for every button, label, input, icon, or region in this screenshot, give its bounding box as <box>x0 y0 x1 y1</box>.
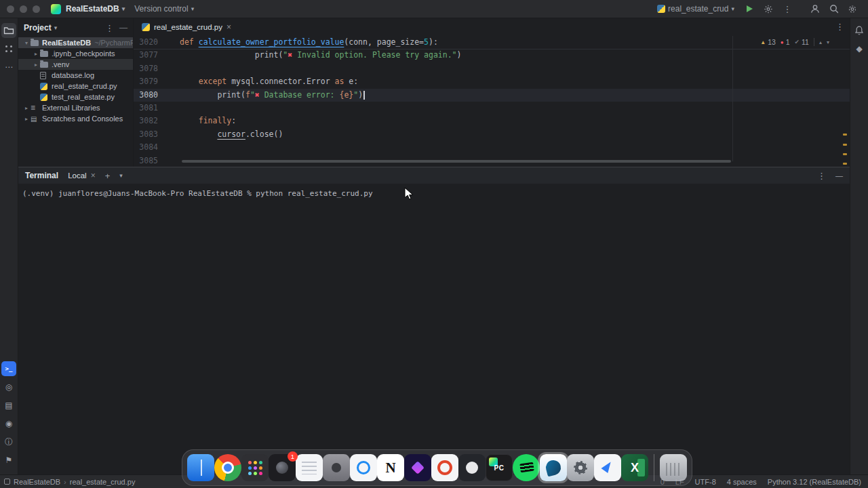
tree-item-test-real-estate-py[interactable]: test_real_estate.py <box>18 92 133 102</box>
flag-icon: ⚑ <box>5 455 13 465</box>
error-count[interactable]: 1 <box>781 38 790 46</box>
dock-icon-pycharm[interactable]: PC <box>486 454 513 481</box>
right-margin-guide <box>732 36 733 161</box>
dock-icon-excel[interactable]: X <box>621 454 648 481</box>
terminal-tab-label: Local <box>68 171 87 180</box>
more-actions-button[interactable] <box>778 1 796 16</box>
code-line-3084[interactable]: 3084 <box>134 141 850 154</box>
dock-icon-github-desktop[interactable] <box>458 454 486 481</box>
bookmarks-tool-window-button[interactable]: ⚑ <box>1 453 16 468</box>
folder-icon <box>40 51 50 57</box>
horizontal-scrollbar[interactable] <box>182 160 731 163</box>
dock-icon-mysql-workbench[interactable] <box>540 454 567 481</box>
right-tool-stripe: ◆ <box>850 18 868 474</box>
notifications-button[interactable] <box>852 23 867 38</box>
settings-icon[interactable] <box>844 1 861 16</box>
services-tool-window-button[interactable]: ▤ <box>1 398 16 413</box>
breadcrumb-realestatedb[interactable]: RealEstateDB <box>14 478 60 486</box>
dock-icon-arc-browser[interactable] <box>404 454 431 481</box>
dock-icon-red-ring-app[interactable] <box>431 454 458 481</box>
code-line-3082[interactable]: 3082 finally: <box>134 115 850 127</box>
python-packages-tool-window-button[interactable]: ◎ <box>1 380 16 394</box>
line-number: 3079 <box>134 75 158 88</box>
dock-icon-chrome[interactable] <box>214 454 241 481</box>
tree-item-ipynb-checkpoints[interactable]: .ipynb_checkpoints <box>18 48 133 59</box>
close-window-button[interactable] <box>7 5 14 13</box>
close-icon[interactable] <box>91 171 96 180</box>
dock-icon-screenshot-tool[interactable]: 1 <box>269 454 296 481</box>
tab-real-estate-crud[interactable]: real_estate_crud.py <box>134 18 238 36</box>
run-button[interactable] <box>741 1 758 16</box>
terminal-more-options-button[interactable] <box>817 171 826 181</box>
minimize-terminal-button[interactable] <box>835 171 843 180</box>
tree-item-label: External Libraries <box>42 104 100 112</box>
code-line-3077[interactable]: 3077 print("✖ Invalid option. Please try… <box>134 49 850 62</box>
status-item-utf-8[interactable]: UTF-8 <box>695 478 716 486</box>
dock-icon-notion[interactable]: N <box>377 454 404 481</box>
more-tool-windows-button[interactable]: ⋯ <box>1 60 16 75</box>
hide-panel-button[interactable]: — <box>119 23 127 33</box>
dock-icon-spotify[interactable] <box>513 454 540 481</box>
code-area[interactable]: 3020def calculate_owner_portfolio_value(… <box>134 36 850 167</box>
problems-tool-window-button[interactable]: ⓘ <box>1 434 16 449</box>
code-line-3081[interactable]: 3081 <box>134 102 850 115</box>
dock-icon-system-settings[interactable] <box>567 454 594 481</box>
run-configuration-selector[interactable]: real_estate_crud <box>652 2 739 16</box>
previous-problem-button[interactable]: ▴ <box>819 39 822 45</box>
code-line-3078[interactable]: 3078 <box>134 62 850 75</box>
status-item-4-spaces[interactable]: 4 spaces <box>727 478 757 486</box>
new-terminal-session-button[interactable] <box>105 171 111 181</box>
dock-icon-camera-app[interactable] <box>323 454 350 481</box>
project-tool-window-button[interactable] <box>1 23 16 38</box>
tree-item-venv[interactable]: .venv <box>18 59 133 70</box>
dock-icon-cursor-app[interactable] <box>594 454 621 481</box>
dock-icon-textedit[interactable] <box>296 454 323 481</box>
minimize-window-button[interactable] <box>20 5 27 13</box>
tree-item-scratches-and-consoles[interactable]: Scratches and Consoles <box>18 113 133 124</box>
dock-icon-finder[interactable] <box>187 454 214 481</box>
terminal-options-chevron[interactable] <box>119 172 123 179</box>
search-everywhere-button[interactable] <box>825 1 842 16</box>
version-control-menu[interactable]: Version control <box>130 2 199 16</box>
ai-assistant-button[interactable]: ◆ <box>852 41 867 56</box>
tool-window-switcher-icon[interactable] <box>4 479 10 485</box>
terminal-tab-local[interactable]: Local <box>68 171 96 180</box>
terminal-tool-window: Terminal Local (.venv) juanflores@Juans-… <box>18 167 850 474</box>
project-panel-options-button[interactable] <box>105 23 114 33</box>
terminal-output[interactable]: (.venv) juanflores@Juans-MacBook-Pro Rea… <box>18 184 850 198</box>
zoom-window-button[interactable] <box>33 5 40 13</box>
chevron-right-icon <box>32 51 40 57</box>
project-selector[interactable]: RealEstateDB <box>61 2 130 16</box>
code-text <box>158 62 180 75</box>
tree-item-realestatedb[interactable]: RealEstateDB~/PycharmProjec <box>18 37 133 48</box>
tree-item-database-log[interactable]: database.log <box>18 70 133 81</box>
line-number: 3081 <box>134 102 158 115</box>
tree-item-real-estate-crud-py[interactable]: real_estate_crud.py <box>18 81 133 92</box>
breadcrumb-real-estate-crud-py[interactable]: real_estate_crud.py <box>70 478 136 486</box>
warning-count[interactable]: 13 <box>760 38 776 46</box>
next-problem-button[interactable]: ▾ <box>827 39 829 45</box>
dock-icon-app-store[interactable] <box>350 454 377 481</box>
code-line-3079[interactable]: 3079 except mysql.connector.Error as e: <box>134 75 850 88</box>
editor-tab-options-button[interactable] <box>835 22 844 32</box>
python-icon <box>40 94 50 101</box>
more-run-options-button[interactable] <box>760 1 777 16</box>
dock-icon-launchpad[interactable] <box>241 454 269 481</box>
dock-separator <box>654 454 654 481</box>
code-line-3080[interactable]: 3080 print(f"✖ Database error: {e}") <box>134 89 850 102</box>
code-line-3083[interactable]: 3083 cursor.close() <box>134 128 850 141</box>
search-icon <box>829 3 838 14</box>
tree-item-external-libraries[interactable]: External Libraries <box>18 102 133 113</box>
status-item-python-3-12-realestatedb[interactable]: Python 3.12 (RealEstateDB) <box>768 478 861 486</box>
passed-count[interactable]: 11 <box>795 38 809 46</box>
terminal-tool-window-button[interactable] <box>1 361 16 376</box>
profile-icon[interactable] <box>806 1 823 16</box>
close-icon[interactable] <box>226 22 231 32</box>
dock-icon-trash[interactable] <box>660 454 687 481</box>
inspections-widget[interactable]: 13 1 11 ▴ ▾ <box>760 38 829 46</box>
terminal-header: Terminal Local <box>18 167 850 184</box>
commit-tool-window-button[interactable] <box>1 41 16 56</box>
python-console-tool-window-button[interactable]: ◉ <box>1 416 16 431</box>
tree-item-label: RealEstateDB <box>42 39 91 47</box>
code-line-3020[interactable]: 3020def calculate_owner_portfolio_value(… <box>134 36 850 49</box>
